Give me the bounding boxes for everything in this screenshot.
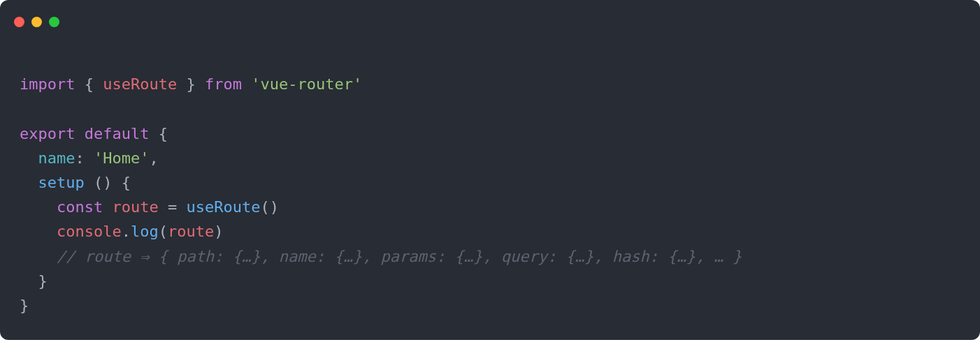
dot: . [122, 223, 131, 240]
brace-close: } [186, 75, 195, 93]
code-line: const route = useRoute() [20, 198, 279, 216]
maximize-icon[interactable] [49, 17, 59, 27]
parens: () [94, 174, 113, 191]
call-useRoute: useRoute [186, 198, 260, 216]
code-line: console.log(route) [20, 223, 223, 240]
arg-route: route [168, 223, 214, 240]
brace-close: } [20, 297, 29, 314]
code-line: export default { [20, 125, 168, 142]
equals: = [168, 198, 177, 216]
property-name: name [38, 149, 75, 167]
identifier-useRoute: useRoute [103, 75, 177, 93]
keyword-const: const [57, 198, 103, 216]
comment-route-shape: // route ⇒ { path: {…}, name: {…}, param… [57, 248, 742, 265]
brace-open: { [159, 125, 168, 142]
brace-open: { [85, 75, 94, 93]
code-line: } [20, 297, 29, 314]
code-window: import { useRoute } from 'vue-router' ex… [0, 0, 980, 340]
keyword-export: export [20, 125, 75, 142]
close-icon[interactable] [14, 17, 24, 27]
window-titlebar [0, 0, 980, 31]
code-line: setup () { [20, 174, 131, 191]
identifier-route: route [112, 198, 158, 216]
method-setup: setup [38, 174, 85, 191]
keyword-default: default [85, 125, 150, 142]
comma: , [149, 149, 158, 167]
paren-open: ( [159, 223, 168, 240]
string-module: 'vue-router' [251, 75, 362, 93]
brace-close: } [38, 272, 48, 290]
string-home: 'Home' [94, 149, 149, 167]
code-line: // route ⇒ { path: {…}, name: {…}, param… [20, 248, 742, 265]
object-console: console [57, 223, 122, 240]
parens: () [260, 198, 279, 216]
method-log: log [131, 223, 159, 240]
code-line: } [20, 272, 48, 290]
paren-close: ) [214, 223, 223, 240]
colon: : [75, 149, 84, 167]
brace-open: { [122, 174, 131, 191]
keyword-from: from [205, 75, 242, 93]
keyword-import: import [20, 75, 75, 93]
minimize-icon[interactable] [31, 17, 42, 27]
code-block: import { useRoute } from 'vue-router' ex… [0, 31, 980, 340]
code-line: name: 'Home', [20, 149, 159, 167]
code-line: import { useRoute } from 'vue-router' [20, 75, 362, 93]
